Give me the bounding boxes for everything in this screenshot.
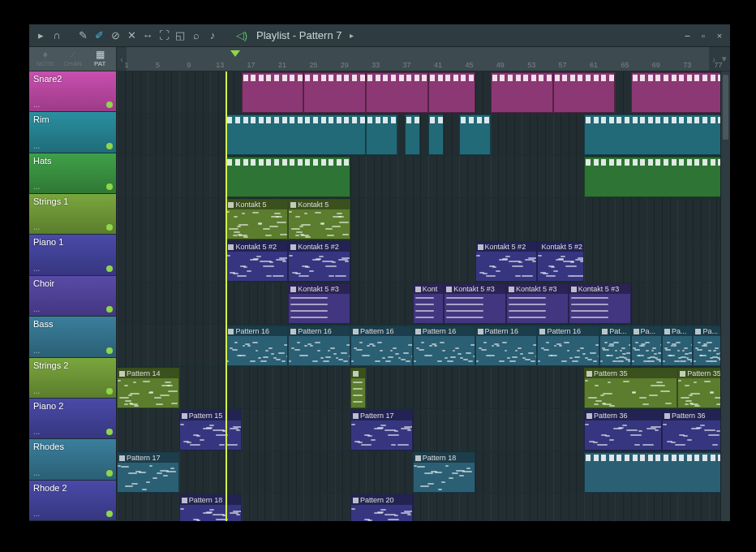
clip[interactable]: Pattern 35 [677,368,720,408]
pencil-icon[interactable]: ✎ [76,29,89,42]
track-active-dot[interactable] [106,429,113,435]
clip[interactable]: Pat... [599,326,630,366]
ruler-playhead-marker[interactable] [230,47,240,71]
track-active-dot[interactable] [106,470,113,477]
close-button[interactable]: × [714,30,725,41]
clip-segment-icon [360,75,365,81]
clip[interactable]: Pattern 20 [350,494,413,521]
clip[interactable]: Pattern 15 [179,410,242,451]
clip-body [289,209,350,239]
clip[interactable] [631,72,720,113]
clip[interactable]: Kontakt 5 #2 [537,241,584,282]
mode-chan[interactable]: ⟋ CHAN [60,49,86,69]
move-icon[interactable]: ↔ [141,29,154,42]
clip[interactable]: Kontakt 5 #2 [475,241,538,282]
clip[interactable] [366,114,397,155]
mode-pat[interactable]: ▦ PAT [87,49,113,69]
clip[interactable]: Pattern 16 [350,326,413,366]
clip[interactable]: Kontakt 5 #3 [569,283,631,324]
clip[interactable]: Pa... [662,326,693,366]
clip[interactable]: Kontakt 5 [226,199,288,239]
clip[interactable]: Pattern 36 [584,410,662,451]
clip[interactable] [242,72,304,113]
track-active-dot[interactable] [106,265,113,272]
clip[interactable] [459,114,490,155]
clip[interactable]: Pattern 18 [413,452,475,493]
play-icon[interactable]: ▸ [34,29,47,42]
clip[interactable] [350,368,366,408]
track-header[interactable]: Rhodes [29,439,116,480]
clip[interactable]: Pattern 16 [475,326,538,366]
track-header[interactable]: Rim [29,112,116,153]
clip[interactable]: Kontakt 5 #2 [226,241,288,282]
clip[interactable] [584,452,720,493]
clip[interactable]: Pattern 36 [662,410,720,451]
clip[interactable]: Pattern 16 [537,326,599,366]
track-active-dot[interactable] [106,101,113,108]
track-header[interactable]: Bass [29,317,116,357]
track-active-dot[interactable] [106,388,113,395]
clip[interactable]: Kontakt 5 #3 [444,283,506,324]
track-active-dot[interactable] [106,306,113,313]
track-active-dot[interactable] [106,143,113,149]
clip[interactable] [584,114,720,155]
clip[interactable] [584,157,720,197]
clip[interactable]: Pattern 16 [413,326,475,366]
mode-note[interactable]: ♦ NOTE [32,49,58,69]
clip[interactable] [428,72,475,113]
clip[interactable] [491,72,553,113]
clip[interactable]: Kontakt 5 [288,199,350,239]
zoom-icon[interactable]: ⌕ [190,29,203,42]
track-header[interactable]: Piano 2 [29,399,116,439]
clip[interactable]: Pattern 17 [117,452,179,493]
track-header[interactable]: Choir [29,276,116,317]
clip[interactable]: Pattern 16 [226,326,288,366]
minimize-button[interactable]: ‒ [681,30,693,41]
clip-header [367,115,396,125]
vertical-scrollbar[interactable] [720,71,730,521]
clip-segment-icon [274,159,279,166]
magnet-icon[interactable]: ∩ [50,29,63,42]
track-header[interactable]: Piano 1 [29,235,116,275]
clip[interactable] [553,72,616,113]
track-active-dot[interactable] [106,224,113,231]
clip[interactable]: Pattern 16 [288,326,350,366]
zoom-select-icon[interactable]: ◱ [174,29,187,42]
track-header[interactable]: Strings 1 [29,194,116,235]
track-header[interactable]: Rhode 2 [29,481,116,521]
clip-segment-icon [352,75,357,81]
clip[interactable]: Pattern 14 [117,368,179,408]
scrollbar-thumb[interactable] [723,75,728,140]
clip[interactable] [226,114,366,155]
track-header[interactable]: Hats [29,153,116,194]
title-dropdown-icon[interactable]: ▸ [346,29,359,42]
clip[interactable] [428,114,444,155]
clip[interactable] [303,72,366,113]
clip[interactable] [366,72,428,113]
clip[interactable]: Pa... [693,326,720,366]
track-active-dot[interactable] [106,347,113,354]
audio-icon[interactable]: ♪ [206,29,219,42]
maximize-button[interactable]: ▫ [698,30,709,41]
timeline-ruler[interactable]: 1591317212529333741454953576165697377 [127,47,709,71]
clip[interactable]: Kontakt 5 #2 [288,241,350,282]
brush-icon[interactable]: ✐ [92,29,105,42]
timeline[interactable]: Kontakt 5Kontakt 5Kontakt 5 #2Kontakt 5 … [117,71,720,521]
cancel-icon[interactable]: ⊘ [109,29,122,42]
clip[interactable]: Pa... [631,326,662,366]
mute-icon[interactable]: ✕ [125,29,138,42]
track-active-dot[interactable] [106,511,113,517]
playlist-icon[interactable]: ◁) [235,29,248,42]
clip[interactable] [226,157,350,197]
track-active-dot[interactable] [106,183,113,190]
track-header[interactable]: Snare2 [29,71,116,112]
select-icon[interactable]: ⛶ [157,29,170,42]
clip[interactable] [405,114,420,155]
clip[interactable]: Pattern 18 [179,494,242,521]
clip[interactable]: Kontakt 5 #3 [288,283,350,324]
clip[interactable]: Kont [413,283,444,324]
clip[interactable]: Pattern 17 [350,410,413,451]
clip[interactable]: Kontakt 5 #3 [506,283,569,324]
track-header[interactable]: Strings 2 [29,358,116,399]
clip[interactable]: Pattern 35 [584,368,677,408]
